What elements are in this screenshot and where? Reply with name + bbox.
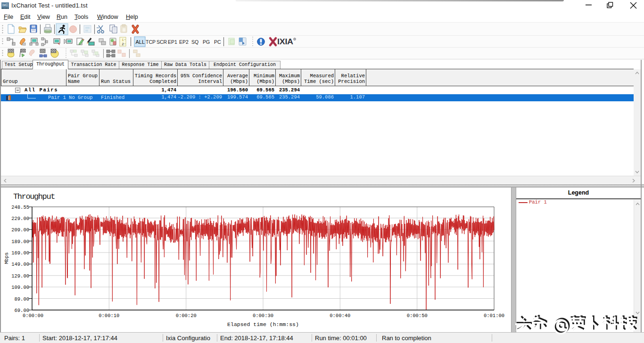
svg-text:189.00: 189.00: [11, 239, 29, 245]
svg-text:89.00: 89.00: [14, 296, 29, 302]
svg-text:IXIA: IXIA: [277, 37, 293, 46]
svg-text:248.55: 248.55: [11, 204, 29, 210]
svg-text:0:00:40: 0:00:40: [330, 313, 350, 318]
svg-text:109.00: 109.00: [11, 285, 29, 290]
svg-text:2: 2: [122, 42, 124, 46]
svg-text:149.00: 149.00: [11, 261, 29, 267]
svg-text:0:00:30: 0:00:30: [253, 313, 273, 318]
svg-text:Throughput: Throughput: [13, 192, 55, 201]
svg-text:PG: PG: [203, 39, 210, 45]
svg-text:0:01:00: 0:01:00: [484, 313, 504, 318]
svg-text:0:00:10: 0:00:10: [99, 313, 119, 318]
svg-text:1: 1: [122, 38, 124, 42]
svg-text:SQ: SQ: [191, 39, 198, 45]
svg-text:EP1: EP1: [168, 39, 177, 45]
svg-text:SCR: SCR: [157, 39, 167, 45]
svg-text:0:00:20: 0:00:20: [176, 313, 197, 318]
svg-text:229.00: 229.00: [11, 216, 29, 221]
svg-text:Mbps: Mbps: [4, 252, 9, 264]
svg-text:129.00: 129.00: [11, 273, 29, 279]
svg-text:TCP: TCP: [146, 39, 156, 45]
svg-text:209.00: 209.00: [11, 227, 29, 233]
svg-text:PC: PC: [214, 39, 221, 45]
svg-text:ALL: ALL: [136, 39, 145, 45]
svg-text:0:00:00: 0:00:00: [23, 313, 43, 318]
svg-text:Elapsed time (h:mm:ss): Elapsed time (h:mm:ss): [227, 321, 299, 327]
svg-text:0:00:50: 0:00:50: [407, 313, 428, 318]
svg-text:169.00: 169.00: [11, 250, 29, 256]
svg-text:EP2: EP2: [179, 39, 189, 45]
